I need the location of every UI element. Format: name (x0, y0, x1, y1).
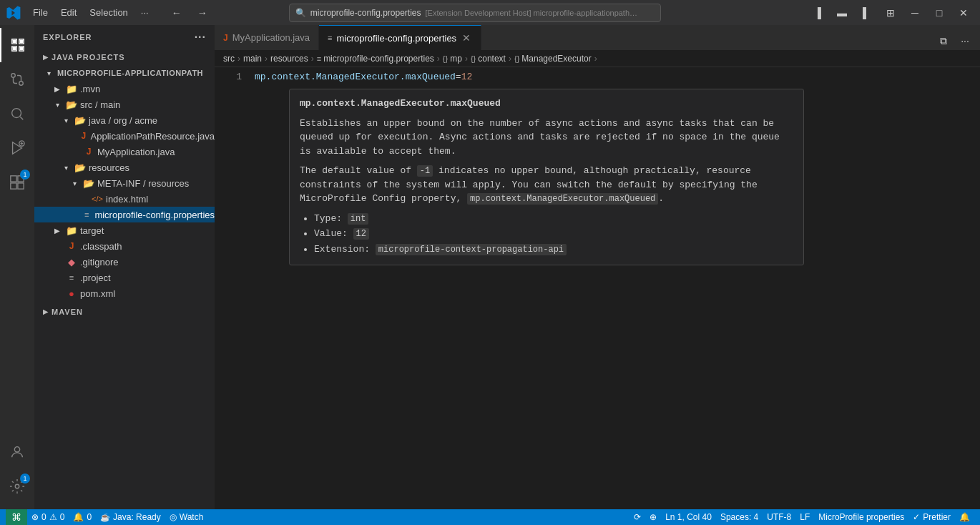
tree-item-java-org-acme[interactable]: ▾ 📂 java / org / acme (34, 112, 215, 128)
tree-item-myapplication[interactable]: J MyApplication.java (34, 144, 215, 160)
settings-file-icon: ≡ (82, 210, 92, 219)
breadcrumb-managed-executor[interactable]: {} ManagedExecutor (514, 54, 592, 64)
tree-item-mvn[interactable]: ▶ 📁 .mvn (34, 81, 215, 97)
breadcrumb-resources[interactable]: resources (270, 54, 308, 64)
sync-button[interactable]: ⟳ (629, 509, 645, 525)
minimize-button[interactable]: ─ (904, 4, 926, 22)
indentation[interactable]: Spaces: 4 (716, 509, 763, 525)
tab-close-button[interactable]: ✕ (461, 32, 472, 44)
language-mode[interactable]: MicroProfile properties (814, 509, 908, 525)
tab-java-icon: J (223, 33, 228, 43)
meta-inf-arrow: ▾ (69, 180, 80, 187)
line-ending[interactable]: LF (795, 509, 814, 525)
titlebar-menu: File Edit Selection ··· (27, 6, 155, 19)
activity-source-control[interactable] (0, 62, 34, 97)
sidebar-header: EXPLORER ··· (34, 25, 215, 49)
svg-rect-1 (20, 40, 24, 44)
tree-item-target[interactable]: ▶ 📁 target (34, 222, 215, 238)
info-indicator[interactable]: 🔔 0 (69, 509, 96, 525)
main-layout: 1 1 EXPLORER ··· ▶ JAVA PROJECTS (0, 25, 980, 509)
html-icon: </> (92, 195, 103, 203)
tree-item-resources[interactable]: ▾ 📂 resources (34, 160, 215, 175)
activity-settings[interactable]: 1 (0, 469, 34, 504)
breadcrumb-context[interactable]: {} context (471, 54, 506, 64)
activity-accounts[interactable] (0, 435, 34, 469)
breadcrumb-mp[interactable]: {} mp (443, 54, 462, 64)
src-main-arrow: ▾ (52, 101, 63, 109)
folder-open-icon-3: 📂 (74, 162, 86, 173)
more-tab-actions-button[interactable]: ··· (956, 31, 974, 50)
java-icon-2: J (83, 147, 94, 157)
secondary-sidebar-button[interactable]: ▌ (856, 4, 877, 22)
java-status-indicator[interactable]: ☕ Java: Ready (96, 509, 165, 525)
menu-edit[interactable]: Edit (55, 6, 82, 19)
activity-search[interactable] (0, 97, 34, 131)
formatter[interactable]: ✓ Prettier (908, 509, 955, 525)
svg-rect-3 (20, 47, 24, 51)
maximize-button[interactable]: □ (928, 4, 950, 22)
search-bar[interactable]: 🔍 microprofile-config.properties [Extens… (289, 4, 661, 22)
window-controls: ▐ ▬ ▌ ⊞ ─ □ ✕ (807, 4, 974, 22)
code-editor[interactable]: mp.context.ManagedExecutor.maxQueued=12 … (249, 67, 980, 509)
titlebar: File Edit Selection ··· ← → 🔍 microprofi… (0, 0, 980, 25)
close-button[interactable]: ✕ (953, 4, 974, 22)
breadcrumb-main[interactable]: main (243, 54, 262, 64)
layout-button[interactable]: ⊞ (880, 4, 901, 22)
errors-indicator[interactable]: ⊗ 0 ⚠ 0 (27, 509, 69, 525)
panel-toggle-button[interactable]: ▬ (831, 4, 853, 22)
mvn-arrow: ▶ (52, 85, 63, 93)
svg-point-5 (19, 82, 24, 86)
breadcrumb-file[interactable]: ≡ microprofile-config.properties (317, 54, 434, 64)
watch-indicator[interactable]: ◎ Watch (165, 509, 208, 525)
menu-file[interactable]: File (27, 6, 54, 19)
sidebar-toggle-button[interactable]: ▐ (807, 4, 828, 22)
hover-list-item-extension: Extension: microprofile-context-propagat… (314, 242, 793, 257)
remote-indicator[interactable]: ⌘ (6, 509, 27, 525)
tab-myapplication[interactable]: J MyApplication.java (215, 25, 319, 50)
tab-settings-icon: ≡ (328, 34, 332, 42)
target-arrow: ▶ (52, 227, 63, 235)
tab-microprofile-config[interactable]: ≡ microprofile-config.properties ✕ (319, 25, 481, 50)
sidebar-section-microprofile[interactable]: ▾ MICROPROFILE-APPLICATIONPATH (34, 65, 215, 81)
zoom-button[interactable]: ⊕ (645, 509, 661, 525)
tree-item-project[interactable]: ≡ .project (34, 270, 215, 285)
sidebar-more-button[interactable]: ··· (195, 31, 206, 44)
hover-list-item-type: Type: int (314, 212, 793, 226)
folder-open-icon: 📂 (66, 99, 77, 110)
sidebar-section-maven[interactable]: ▶ MAVEN (34, 304, 215, 320)
sidebar-section-java-projects[interactable]: ▶ JAVA PROJECTS (34, 49, 215, 65)
menu-more[interactable]: ··· (135, 6, 155, 19)
accounts-icon (9, 444, 25, 460)
tree-item-gitignore[interactable]: ◆ .gitignore (34, 254, 215, 270)
activity-extensions[interactable]: 1 (0, 165, 34, 200)
tree-item-src-main[interactable]: ▾ 📂 src / main (34, 97, 215, 112)
split-editor-button[interactable]: ⧉ (934, 31, 953, 50)
folder-icon: 📁 (66, 84, 77, 94)
classpath-icon: J (66, 241, 77, 251)
tree-item-index-html[interactable]: </> index.html (34, 191, 215, 207)
cursor-position[interactable]: Ln 1, Col 40 (661, 509, 716, 525)
java-icon: ☕ (100, 513, 110, 522)
notifications-button[interactable]: 🔔 (955, 509, 974, 525)
tree-item-microprofile-config[interactable]: ≡ microprofile-config.properties (34, 207, 215, 222)
activity-run[interactable] (0, 131, 34, 165)
svg-marker-7 (13, 142, 22, 154)
tree-item-meta-inf[interactable]: ▾ 📂 META-INF / resources (34, 175, 215, 191)
maven-arrow: ▶ (43, 308, 49, 315)
menu-selection[interactable]: Selection (84, 6, 133, 19)
explorer-icon (10, 37, 26, 53)
svg-point-15 (14, 447, 19, 452)
svg-point-16 (15, 484, 19, 489)
tree-item-classpath[interactable]: J .classpath (34, 238, 215, 254)
nav-back-button[interactable]: ← (166, 4, 187, 22)
svg-rect-11 (11, 176, 16, 182)
activity-explorer[interactable] (0, 28, 34, 62)
tree-item-applicationpathresource[interactable]: J ApplicationPathResource.java (34, 128, 215, 144)
encoding[interactable]: UTF-8 (763, 509, 795, 525)
nav-forward-button[interactable]: → (192, 4, 213, 22)
breadcrumb-src[interactable]: src (223, 54, 235, 64)
activity-bar: 1 1 (0, 25, 34, 509)
microprofile-arrow: ▾ (43, 69, 54, 77)
vscode-logo (6, 5, 21, 21)
tree-item-pom[interactable]: ● pom.xml (34, 285, 215, 301)
